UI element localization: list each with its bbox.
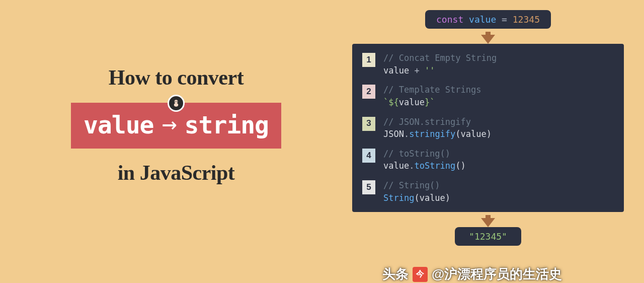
code-token: JSON: [383, 129, 404, 139]
watermark-app-icon: 今: [413, 267, 428, 282]
code-token: `${: [383, 97, 399, 107]
code-token: toString: [414, 161, 455, 171]
result-code-pill: "12345": [455, 227, 521, 246]
token-num: 12345: [513, 14, 540, 25]
author-avatar-icon: [168, 95, 185, 112]
token-const: const: [436, 14, 463, 25]
method-comment: // Concat Empty String: [383, 53, 497, 63]
arrow-down-icon: [352, 29, 624, 44]
word-string: string: [185, 111, 269, 139]
svg-point-3: [177, 101, 178, 102]
arrow-right-icon: →: [162, 109, 177, 138]
method-number-badge: 2: [362, 85, 375, 99]
watermark-handle: @沪漂程序员的生活史: [432, 265, 562, 283]
code-token: (): [455, 161, 465, 171]
svg-rect-1: [174, 103, 178, 107]
method-row: 2// Template Strings `${value}`: [362, 84, 612, 108]
code-token: '': [425, 65, 435, 76]
method-number-badge: 1: [362, 53, 375, 67]
method-row: 5// String() String(value): [362, 179, 612, 204]
method-comment: // Template Strings: [383, 85, 481, 95]
code-flow: const value = 12345 1// Concat Empty Str…: [352, 10, 624, 246]
code-token: }`: [425, 97, 435, 107]
input-code-pill: const value = 12345: [425, 10, 551, 29]
title-line-1: How to convert: [45, 65, 307, 90]
methods-code-box: 1// Concat Empty String value + ''2// Te…: [352, 44, 624, 212]
method-row: 1// Concat Empty String value + '': [362, 52, 612, 77]
method-number-badge: 3: [362, 117, 375, 131]
code-token: (value): [455, 129, 492, 139]
method-code: // toString() value.toString(): [383, 148, 466, 172]
code-token: (value): [414, 193, 450, 203]
title-line-3: in JavaScript: [45, 161, 307, 185]
svg-point-2: [175, 101, 176, 102]
method-number-badge: 5: [362, 180, 375, 194]
method-comment: // toString(): [383, 149, 450, 159]
title-block: How to convert value → string in JavaScr…: [45, 65, 307, 185]
arrow-down-icon: [352, 212, 624, 227]
token-eq: =: [502, 14, 507, 25]
method-comment: // JSON.stringify: [383, 117, 471, 127]
method-code: // Template Strings `${value}`: [383, 84, 481, 108]
method-row: 3// JSON.stringify JSON.stringify(value): [362, 116, 612, 140]
method-row: 4// toString() value.toString(): [362, 148, 612, 172]
method-code: // Concat Empty String value + '': [383, 52, 497, 77]
result-text: "12345": [469, 231, 507, 242]
code-token: .: [409, 161, 414, 171]
token-var: value: [469, 14, 496, 25]
stage: How to convert value → string in JavaScr…: [0, 0, 644, 283]
word-value: value: [84, 111, 154, 139]
watermark: 头条 今 @沪漂程序员的生活史: [382, 265, 562, 283]
watermark-label: 头条: [382, 265, 409, 283]
code-token: String: [383, 193, 414, 203]
method-number-badge: 4: [362, 149, 375, 163]
code-token: value: [399, 97, 425, 107]
code-token: value: [383, 161, 409, 171]
code-token: .: [404, 129, 409, 139]
method-code: // JSON.stringify JSON.stringify(value): [383, 116, 492, 140]
code-token: +: [409, 65, 425, 76]
code-token: stringify: [409, 129, 455, 139]
method-comment: // String(): [383, 180, 440, 190]
code-token: value: [383, 65, 409, 76]
method-code: // String() String(value): [383, 179, 450, 204]
